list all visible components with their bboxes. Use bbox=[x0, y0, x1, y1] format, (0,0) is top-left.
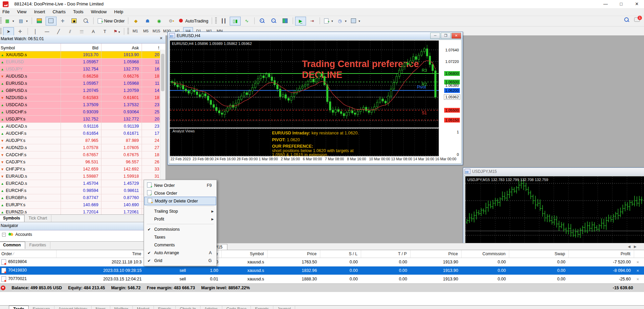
market-watch-row-usdcad.s[interactable]: ▲USDCAD.s1.375091.3753223 bbox=[0, 101, 165, 109]
text-tool-icon[interactable]: A bbox=[88, 27, 99, 36]
timeframe-m15[interactable]: M15 bbox=[151, 27, 161, 35]
menu-help[interactable]: Help bbox=[110, 8, 127, 15]
indicators-button[interactable]: ▼ bbox=[322, 17, 335, 26]
terminal-tab-news[interactable]: News bbox=[92, 306, 110, 309]
candlestick-chart-icon[interactable]: ▯▮ bbox=[230, 17, 241, 26]
analyst-views-pane[interactable]: .Analyst ViewsEUR/USD Intraday: key resi… bbox=[170, 128, 439, 156]
strategy-tester-icon[interactable] bbox=[80, 17, 91, 26]
context-menu-item-close-order[interactable]: Close Order bbox=[144, 189, 216, 197]
chart-usdjpy-titlebar[interactable]: USDJPY,M15 bbox=[463, 168, 644, 175]
terminal-tab-exposure[interactable]: Exposure bbox=[29, 306, 54, 309]
chart-shift-icon[interactable]: ⇥ bbox=[307, 17, 318, 26]
mw-col-[interactable]: ! bbox=[142, 44, 161, 51]
timeframe-m5[interactable]: M5 bbox=[141, 27, 151, 35]
menu-insert[interactable]: Insert bbox=[30, 8, 49, 15]
timeframe-m1[interactable]: M1 bbox=[130, 27, 140, 35]
orders-col-sl[interactable]: S / L bbox=[320, 250, 361, 258]
context-menu-item-grid[interactable]: ✔GridG bbox=[144, 257, 216, 264]
cursor-tool-icon[interactable]: ➤ bbox=[3, 27, 14, 36]
context-menu-item-comments[interactable]: Comments bbox=[144, 241, 216, 249]
notifications-icon[interactable]: 1 bbox=[634, 17, 640, 23]
deposit-icon[interactable]: ◆ bbox=[130, 17, 141, 26]
mw-tab-symbols[interactable]: Symbols bbox=[0, 215, 25, 222]
maximize-button[interactable]: □ bbox=[613, 0, 629, 8]
chart-close-button[interactable]: ✕ bbox=[451, 33, 461, 39]
market-watch-row-audjpy.s[interactable]: ▼AUDJPY.s87.96587.98924 bbox=[0, 137, 165, 144]
orders-col-swap[interactable]: Swap bbox=[509, 250, 569, 258]
orders-col-symbol[interactable]: Symbol bbox=[222, 250, 268, 258]
tree-expand-icon[interactable]: − bbox=[2, 233, 6, 237]
label-tool-icon[interactable]: T bbox=[99, 27, 110, 36]
orders-col-order[interactable]: Order ∕ bbox=[0, 250, 57, 258]
col-order[interactable]: Order bbox=[1, 251, 12, 256]
data-window-toggle-icon[interactable] bbox=[46, 17, 57, 26]
context-menu-item-modify-or-delete-order[interactable]: Modify or Delete Order bbox=[145, 197, 216, 205]
terminal-tab-code-base[interactable]: Code Base bbox=[222, 306, 251, 309]
context-menu-item-trailing-stop[interactable]: Trailing Stop▶ bbox=[144, 207, 216, 215]
orders-col-commission[interactable]: Commission bbox=[462, 250, 509, 258]
market-watch-row-gbpusd.s[interactable]: ▲GBPUSD.s1.207451.2075914 bbox=[0, 87, 165, 94]
chart-eurusd-client[interactable]: Trading Central preferenceDECLINER3R2Piv… bbox=[169, 39, 462, 164]
market-watch-row-cadjpy.s[interactable]: ▼CADJPY.s96.53196.55726 bbox=[0, 159, 165, 166]
chart-minimize-button[interactable]: ─ bbox=[430, 33, 440, 39]
profiles-button[interactable]: ▤▼ bbox=[17, 17, 30, 26]
orders-col-time[interactable]: Time bbox=[57, 250, 145, 258]
mw-col-symbol[interactable]: Symbol bbox=[0, 44, 61, 51]
new-chart-button[interactable]: ▦▼ bbox=[3, 17, 16, 26]
order-row-65019804[interactable]: 650198042022.11.18 10:30.50xauusd.s1763.… bbox=[0, 258, 644, 266]
templates-button[interactable]: ▼ bbox=[349, 17, 362, 26]
usdjpy-price-pane[interactable]: USDJPY,M15 132.783 132.799 132.708 132.7… bbox=[465, 176, 644, 243]
chart-eurusd-titlebar[interactable]: EURUSD,H4 ─ ❐ ✕ bbox=[168, 32, 463, 39]
market-watch-row-xauusd.s[interactable]: ▲XAUUSD.s1913.701913.9020 bbox=[0, 51, 165, 59]
terminal-toggle-icon[interactable]: ★ bbox=[69, 17, 80, 26]
nav-tab-favorites[interactable]: Favorites bbox=[25, 242, 50, 249]
market-watch-row-audusd.s[interactable]: ▼AUDUSD.s0.662580.6627618 bbox=[0, 73, 165, 80]
chart-usdjpy-client[interactable]: USDJPY,M15 132.783 132.799 132.708 132.7… bbox=[464, 175, 644, 244]
menu-charts[interactable]: Charts bbox=[49, 8, 69, 15]
market-watch-row-cadchf.s[interactable]: ▼CADCHF.s0.676570.6767518 bbox=[0, 151, 165, 159]
market-watch-close-icon[interactable]: ✕ bbox=[160, 36, 163, 40]
autotrading-button[interactable]: AutoTrading bbox=[177, 17, 210, 26]
mw-col-bid[interactable]: Bid bbox=[61, 44, 101, 51]
chart-restore-button[interactable]: ❐ bbox=[441, 33, 451, 39]
market-watch-row-eurchf.s[interactable]: ▲EURCHF.s0.985940.98611 bbox=[0, 187, 165, 194]
terminal-tab-mailbox[interactable]: Mailbox bbox=[110, 306, 133, 309]
webtrader-icon[interactable]: ☗ bbox=[142, 17, 153, 26]
context-menu-item-profit[interactable]: Profit▶ bbox=[144, 215, 216, 223]
market-watch-row-audnzd.s[interactable]: ▼AUDNZD.s1.075781.0760527 bbox=[0, 144, 165, 151]
navigator-toggle-icon[interactable]: ✛ bbox=[57, 17, 68, 26]
mw-tab-tick-chart[interactable]: Tick Chart bbox=[25, 215, 51, 222]
crosshair-tool-icon[interactable]: ✛ bbox=[15, 27, 26, 36]
close-order-icon[interactable]: ✕ bbox=[634, 260, 643, 264]
market-watch-row-chfjpy.s[interactable]: ▼CHFJPY.s142.659142.69233 bbox=[0, 166, 165, 173]
tile-windows-icon[interactable] bbox=[280, 17, 291, 26]
trendline-tool-icon[interactable]: ╱ bbox=[53, 27, 64, 36]
vertical-line-tool-icon[interactable]: │ bbox=[30, 27, 41, 36]
zoom-out-icon[interactable]: − bbox=[268, 17, 279, 26]
auto-scroll-icon[interactable]: ▶̲ bbox=[295, 17, 306, 26]
market-watch-row-audcad.s[interactable]: ▲AUDCAD.s0.911160.9113923 bbox=[0, 123, 165, 130]
menu-window[interactable]: Window bbox=[87, 8, 110, 15]
mw-col-ask[interactable]: Ask bbox=[101, 44, 142, 51]
order-row-70770021[interactable]: 707700212023.03.15 12:04:21sell0.01xauus… bbox=[0, 275, 644, 283]
market-watch-row-eurusd[interactable]: ▲EURUSD1.059571.0596811 bbox=[0, 59, 165, 66]
orders-col-profit[interactable]: Profit bbox=[569, 250, 634, 258]
orders-col-price[interactable]: Price bbox=[268, 250, 320, 258]
context-menu-item-taxes[interactable]: Taxes bbox=[144, 233, 216, 241]
orders-col-price[interactable]: Price bbox=[410, 250, 462, 258]
tab-scroll-arrows[interactable]: ◀▶ bbox=[628, 245, 640, 248]
market-watch-row-usdjpy[interactable]: ▲USDJPY132.754132.77016 bbox=[0, 66, 165, 73]
periods-button[interactable]: ◷▼ bbox=[336, 17, 349, 26]
terminal-tab-articles[interactable]: Articles bbox=[200, 306, 222, 309]
terminal-tab-trade[interactable]: Trade bbox=[9, 306, 29, 309]
channel-tool-icon[interactable]: ⫽ bbox=[65, 27, 76, 36]
eurusd-price-pane[interactable]: Trading Central preferenceDECLINER3R2Piv… bbox=[170, 40, 439, 128]
close-button[interactable]: ✕ bbox=[629, 0, 644, 8]
signals-icon[interactable]: ◉ bbox=[154, 17, 164, 26]
menu-view[interactable]: View bbox=[13, 8, 30, 15]
context-menu-item-auto-arrange[interactable]: ✔Auto ArrangeA bbox=[144, 249, 216, 257]
line-chart-icon[interactable]: ∿ bbox=[241, 17, 252, 26]
market-watch-row-usdjpy.s[interactable]: ▲USDJPY.s132.752132.77220 bbox=[0, 116, 165, 123]
horizontal-line-tool-icon[interactable]: — bbox=[42, 27, 52, 36]
terminal-tab-journal[interactable]: Journal bbox=[273, 306, 295, 309]
